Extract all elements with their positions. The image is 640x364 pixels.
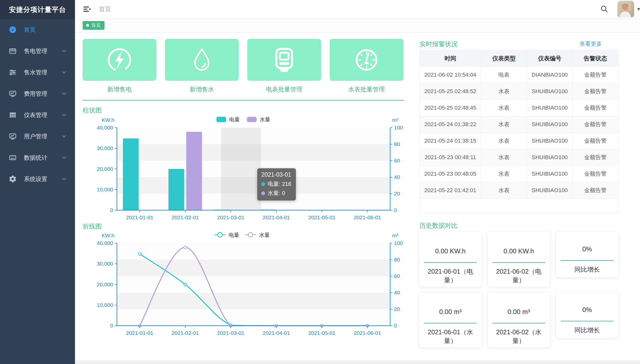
history-divider xyxy=(561,260,613,261)
alarm-cell: 2021-05-22 01:42:01 xyxy=(420,182,481,199)
alarm-cell: 2021-05-25 02:48:52 xyxy=(420,83,481,100)
alarm-cell: 水表 xyxy=(481,83,527,100)
svg-text:2021-06-01: 2021-06-01 xyxy=(354,214,381,220)
svg-text:2021-03-01: 2021-03-01 xyxy=(217,330,244,336)
alarm-column-header: 仪表编号 xyxy=(527,51,573,67)
svg-text:2021-03-01: 2021-03-01 xyxy=(217,214,244,220)
chevron-down-icon xyxy=(61,176,67,182)
sidebar-item-label: 仪表管理 xyxy=(24,111,61,119)
history-value: 0.00 m³ xyxy=(439,308,462,316)
alarm-table-row: 2021-05-25 02:48:52水表SHUIBIAO100金额告警 xyxy=(420,83,618,100)
history-card-0: 0.00 KW.h2021-06-01（电量） xyxy=(419,232,481,287)
sidebar-item-3[interactable]: 费用管理 xyxy=(0,83,75,104)
alarm-cell: 2021-05-23 00:48:11 xyxy=(420,149,481,166)
svg-text:30,000: 30,000 xyxy=(97,145,113,151)
empty-cell xyxy=(420,199,618,213)
alarm-cell: 水表 xyxy=(481,166,527,182)
chevron-down-icon xyxy=(61,69,67,76)
alarm-cell: 金额告警 xyxy=(573,149,618,166)
history-label: 同比增长 xyxy=(568,326,606,335)
search-icon[interactable] xyxy=(600,5,609,13)
svg-text:20,000: 20,000 xyxy=(97,166,113,172)
history-value: 0.00 m³ xyxy=(508,308,530,316)
alarm-cell: 金额告警 xyxy=(573,83,618,100)
water-drop-icon xyxy=(165,39,239,81)
sidebar-item-label: 数据统计 xyxy=(24,154,61,162)
history-divider xyxy=(561,321,613,321)
history-card-4: 0.00 m³2021-06-02（水量） xyxy=(488,293,550,347)
svg-text:40,000: 40,000 xyxy=(97,125,113,130)
alarm-cell: 金额告警 xyxy=(573,133,618,149)
svg-text:60: 60 xyxy=(394,273,400,279)
charts-column: 新增售电新增售水电表批量管理水表批量管理 柱状图 电量水量KW.hm³010,0… xyxy=(83,39,404,338)
sidebar-item-label: 费用管理 xyxy=(24,90,61,98)
svg-text:电量: 电量 xyxy=(229,117,240,122)
alarm-table-row: 2021-05-25 02:48:45水表SHUIBIAO100金额告警 xyxy=(420,100,618,116)
electric-meter-icon xyxy=(247,39,321,81)
avatar-caret-down-icon[interactable]: ▾ xyxy=(637,6,640,12)
fee-management-icon xyxy=(9,89,17,98)
section-divider xyxy=(83,100,404,101)
quick-action-0[interactable]: 新增售电 xyxy=(83,39,156,93)
quick-action-3[interactable]: 水表批量管理 xyxy=(330,39,403,93)
sidebar-item-home[interactable]: 首页 xyxy=(0,19,75,40)
alarm-panel-header: 实时报警状况 查看更多 xyxy=(419,39,618,49)
svg-text:2021-06-01: 2021-06-01 xyxy=(354,330,381,336)
bar-chart-canvas[interactable]: 电量水量KW.hm³010,00020,00030,00040,00002040… xyxy=(83,114,404,222)
sidebar-item-5[interactable]: 用户管理 xyxy=(0,126,75,147)
alarm-cell: DIANBIAO100 xyxy=(527,67,573,83)
water-sale-icon xyxy=(9,68,17,77)
sidebar-item-2[interactable]: 售水管理 xyxy=(0,62,75,83)
alarm-column-header: 告警状态 xyxy=(573,51,618,67)
history-value: 0% xyxy=(582,306,592,314)
bar-chart[interactable]: 电量水量KW.hm³010,00020,00030,00040,00002040… xyxy=(83,114,404,222)
quick-action-2[interactable]: 电表批量管理 xyxy=(247,39,321,93)
tag-home[interactable]: 首页 xyxy=(83,21,104,30)
sidebar-item-1[interactable]: 售电管理 xyxy=(0,40,75,62)
alarm-table-header-row: 时间仪表类型仪表编号告警状态 xyxy=(420,51,618,67)
svg-text:水量: 水量 xyxy=(260,117,270,122)
svg-text:0: 0 xyxy=(110,207,113,213)
sidebar-menu: 首页售电管理售水管理费用管理仪表管理用户管理数据统计系统设置 xyxy=(0,19,75,190)
sidebar: 安捷分项计量平台 首页售电管理售水管理费用管理仪表管理用户管理数据统计系统设置 xyxy=(0,0,75,364)
alarm-cell: 水表 xyxy=(481,100,527,116)
user-avatar[interactable] xyxy=(617,1,634,18)
alarm-cell: 2021-05-24 01:38:22 xyxy=(420,116,481,133)
sidebar-item-label: 售电管理 xyxy=(24,47,61,55)
alarm-cell: 金额告警 xyxy=(573,67,618,83)
history-value: 0.00 KW.h xyxy=(435,247,466,255)
tooltip-row: 水量: 0 xyxy=(261,189,291,197)
alarm-cell: 2021-06-02 10:54:04 xyxy=(420,67,481,83)
quick-action-1[interactable]: 新增售水 xyxy=(165,39,239,93)
svg-text:2021-04-01: 2021-04-01 xyxy=(263,214,290,220)
sidebar-collapse-icon[interactable] xyxy=(83,5,91,13)
alarm-column-header: 时间 xyxy=(420,51,481,67)
line-chart-title: 折线图 xyxy=(83,222,404,230)
sidebar-item-7[interactable]: 系统设置 xyxy=(0,168,75,190)
app-root: 安捷分项计量平台 首页售电管理售水管理费用管理仪表管理用户管理数据统计系统设置 … xyxy=(0,0,640,364)
line-chart-canvas[interactable]: 电量水量KW.hm³010,00020,00030,00040,00002040… xyxy=(83,230,404,338)
view-more-link[interactable]: 查看更多 xyxy=(580,40,618,48)
svg-text:2021-02-01: 2021-02-01 xyxy=(172,330,199,336)
settings-icon xyxy=(9,175,17,183)
app-logo-bar: 安捷分项计量平台 xyxy=(0,0,75,19)
history-label: 同比增长 xyxy=(568,265,606,274)
history-value: 0% xyxy=(582,245,592,253)
chevron-down-icon xyxy=(61,48,67,54)
history-divider xyxy=(424,323,477,323)
svg-text:80: 80 xyxy=(394,141,400,147)
page-content: 新增售电新增售水电表批量管理水表批量管理 柱状图 电量水量KW.hm³010,0… xyxy=(75,32,640,360)
sidebar-item-6[interactable]: 数据统计 xyxy=(0,147,75,168)
svg-text:40,000: 40,000 xyxy=(97,240,113,246)
hover-band xyxy=(221,128,261,210)
quick-action-label: 电表批量管理 xyxy=(266,85,302,93)
history-card-1: 0.00 KW.h2021-06-02（电量） xyxy=(488,232,550,287)
alarm-cell: 2021-05-23 00:48:05 xyxy=(420,166,481,182)
svg-text:60: 60 xyxy=(394,158,400,163)
svg-text:100: 100 xyxy=(394,125,403,130)
sidebar-item-4[interactable]: 仪表管理 xyxy=(0,104,75,126)
line-chart[interactable]: 电量水量KW.hm³010,00020,00030,00040,00002040… xyxy=(83,230,404,338)
tooltip-title: 2021-03-01 xyxy=(261,171,291,178)
statistics-icon xyxy=(9,153,17,162)
meter-management-icon xyxy=(9,111,17,119)
